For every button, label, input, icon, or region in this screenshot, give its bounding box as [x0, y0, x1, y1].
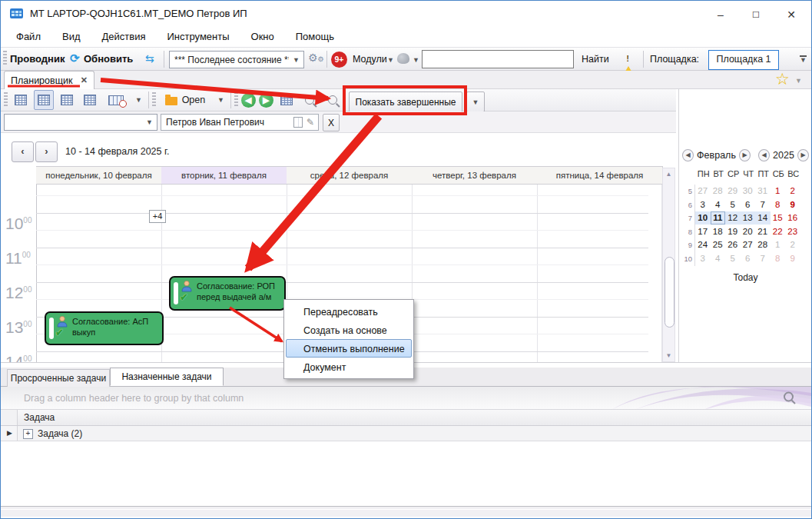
view-timeline-button[interactable] [103, 90, 129, 110]
search-input[interactable] [422, 50, 574, 68]
mini-calendar-day[interactable]: 13 [741, 211, 756, 225]
tab-overdue-tasks[interactable]: Просроченные задачи [7, 369, 110, 388]
mini-calendar-day[interactable]: 7 [755, 252, 771, 265]
person-field[interactable]: Петров Иван Петрович ✎ [161, 114, 319, 131]
scrollbar-thumb[interactable] [665, 257, 674, 328]
mini-calendar-day[interactable]: 28 [755, 238, 771, 251]
mini-calendar-day[interactable]: 2 [785, 185, 800, 198]
mini-calendar-day[interactable]: 6 [741, 198, 756, 211]
day-header-tuesday[interactable]: вторник, 11 февраля [161, 166, 287, 185]
mini-calendar-day[interactable]: 12 [725, 211, 741, 225]
event-approval-rop[interactable]: ✔ Согласование: РОП перед выдачей а/м [169, 276, 286, 311]
mini-calendar-day[interactable]: 29 [725, 185, 741, 198]
mini-calendar-day[interactable]: 1 [771, 238, 786, 251]
show-completed-button[interactable]: Показать завершенные [349, 91, 462, 112]
chevron-down-icon[interactable]: ▼ [289, 56, 303, 64]
minimize-button[interactable]: – [709, 7, 732, 22]
mini-calendar-day[interactable]: 1 [771, 185, 786, 198]
menu-tools[interactable]: Инструменты [156, 31, 240, 42]
prev-week-button[interactable]: ‹ [12, 141, 34, 162]
chevron-down-icon[interactable]: ▼ [142, 118, 157, 126]
explorer-button[interactable]: Проводник [10, 53, 65, 65]
next-period-button[interactable]: ▶ [259, 93, 273, 108]
day-header-wednesday[interactable]: среда, 12 февраля [287, 166, 413, 185]
notification-badge[interactable]: 9+ [331, 52, 347, 68]
tab-close-icon[interactable]: ✕ [81, 75, 88, 85]
mini-calendar-day[interactable]: 9 [785, 252, 800, 265]
mini-calendar-day[interactable]: 25 [711, 238, 726, 251]
state-combobox[interactable]: *** Последнее состояние *** ▼ [169, 51, 304, 68]
mini-calendar-day[interactable]: 15 [771, 211, 786, 225]
chevron-down-icon[interactable]: ▼ [217, 96, 224, 104]
mini-calendar-day[interactable]: 28 [711, 185, 726, 198]
next-month-icon[interactable]: ▶ [739, 149, 751, 161]
today-link[interactable]: Today [679, 272, 812, 283]
contacts-icon[interactable] [397, 53, 409, 64]
mini-calendar-day[interactable]: 5 [725, 198, 741, 211]
mini-calendar-day[interactable]: 3 [695, 252, 711, 265]
toolbar-grip[interactable] [152, 92, 156, 108]
mini-calendar-day[interactable]: 3 [695, 198, 711, 211]
more-events-badge[interactable]: +4 [149, 210, 166, 223]
mini-calendar-day[interactable]: 8 [771, 252, 786, 265]
gear-icon[interactable]: ⚙⚙ [308, 52, 324, 64]
tasks-grid-header[interactable]: Задача [1, 410, 811, 426]
menu-window[interactable]: Окно [240, 31, 285, 42]
modules-button[interactable]: Модули [353, 54, 387, 65]
show-completed-dropdown[interactable]: ▼ [466, 91, 485, 112]
day-header-monday[interactable]: понедельник, 10 февраля [36, 166, 162, 185]
scroll-down-icon[interactable]: ▼ [665, 352, 673, 359]
day-header-thursday[interactable]: четверг, 13 февраля [412, 166, 538, 185]
context-menu-item-create-based-on[interactable]: Создать на основе [286, 321, 412, 339]
mini-calendar-day[interactable]: 26 [725, 238, 741, 251]
mini-calendar-day[interactable]: 10 [695, 211, 711, 225]
toolbar-overflow-button[interactable]: ▼ [800, 55, 807, 63]
column-header-task[interactable]: Задача [24, 412, 55, 423]
zoom-out-button[interactable] [323, 90, 343, 110]
event-approval-asp[interactable]: ✔ Согласование: АсП выкуп [45, 311, 164, 345]
mini-calendar-day[interactable]: 4 [711, 252, 726, 265]
tab-assigned-tasks[interactable]: Назначенные задачи [110, 368, 224, 386]
menu-actions[interactable]: Действия [91, 31, 157, 42]
close-button[interactable]: ✕ [780, 7, 803, 22]
day-header-friday[interactable]: пятница, 14 февраля [537, 166, 663, 185]
mini-calendar-day[interactable]: 7 [755, 198, 771, 211]
refresh-button[interactable]: Обновить [84, 53, 133, 65]
group-by-panel[interactable]: Drag a column header here to group by th… [1, 387, 811, 410]
mini-calendar-day[interactable]: 6 [741, 252, 756, 265]
mini-calendar-day[interactable]: 27 [741, 238, 756, 251]
context-menu-item-document[interactable]: Документ [286, 358, 412, 376]
next-week-button[interactable]: › [35, 141, 58, 162]
swap-icon[interactable]: ⇆ [145, 52, 154, 65]
maximize-button[interactable]: ☐ [744, 7, 767, 22]
mini-calendar-day[interactable]: 17 [695, 225, 711, 238]
goto-date-button[interactable] [277, 90, 297, 110]
menu-help[interactable]: Помощь [285, 31, 345, 42]
prev-year-icon[interactable]: ◀ [758, 149, 770, 161]
zoom-in-button[interactable] [300, 90, 320, 110]
favorites-star-icon[interactable]: ☆ [775, 72, 790, 87]
prev-period-button[interactable]: ◀ [241, 93, 256, 108]
menu-file[interactable]: Файл [5, 31, 51, 42]
toolbar-grip[interactable] [4, 92, 8, 108]
mini-calendar-day[interactable]: 22 [771, 225, 786, 238]
chevron-down-icon[interactable]: ▼ [413, 56, 419, 64]
mini-calendar-day[interactable]: 19 [725, 225, 741, 238]
mini-calendar-day[interactable]: 2 [785, 238, 800, 251]
tab-planner[interactable]: Планировщик ✕ [4, 71, 94, 89]
mini-calendar-day[interactable]: 30 [741, 185, 756, 198]
chevron-down-icon[interactable]: ▼ [135, 96, 142, 104]
mini-calendar-day[interactable]: 16 [785, 211, 800, 225]
mini-calendar-day[interactable]: 4 [711, 198, 726, 211]
expand-plus-icon[interactable]: + [23, 429, 33, 439]
view-month-button[interactable] [80, 90, 100, 110]
view-workweek-button[interactable] [34, 90, 54, 110]
mini-calendar-day[interactable]: 8 [771, 198, 786, 211]
context-menu-item-forward[interactable]: Переадресовать [286, 302, 412, 321]
find-button[interactable]: Найти [582, 54, 609, 65]
view-day-button[interactable] [11, 90, 31, 110]
mini-calendar-day[interactable]: 31 [755, 185, 771, 198]
refresh-icon[interactable]: ⟳ [70, 52, 80, 65]
site-value-box[interactable]: Площадка 1 [708, 50, 779, 70]
mini-calendar-day[interactable]: 23 [785, 225, 800, 238]
